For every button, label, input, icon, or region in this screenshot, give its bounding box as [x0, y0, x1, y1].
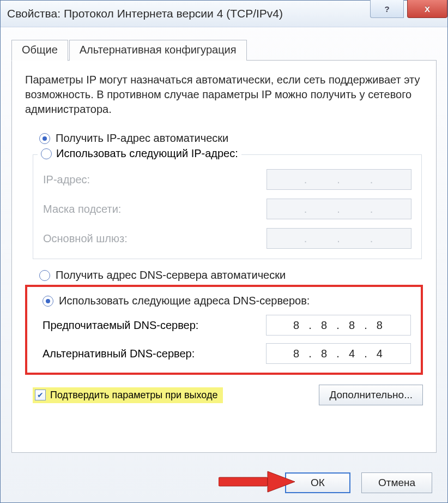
advanced-button[interactable]: Дополнительно... — [319, 385, 423, 405]
svg-rect-0 — [219, 477, 268, 486]
radio-ip-auto[interactable]: Получить IP-адрес автоматически — [39, 132, 423, 145]
tab-strip: Общие Альтернативная конфигурация — [11, 39, 437, 61]
label-ip-address: IP-адрес: — [43, 173, 90, 186]
label-alternate-dns: Альтернативный DNS-сервер: — [43, 348, 195, 360]
radio-ip-manual-label: Использовать следующий IP-адрес: — [56, 147, 238, 160]
annotation-arrow-icon — [219, 469, 295, 494]
input-alternate-dns[interactable] — [266, 343, 411, 364]
dialog-footer: ОК Отмена — [285, 472, 432, 493]
title-bar: Свойства: Протокол Интернета версии 4 (T… — [1, 1, 447, 27]
radio-icon — [39, 133, 50, 144]
window-controls: ? X — [370, 0, 447, 18]
description-text: Параметры IP могут назначаться автоматич… — [25, 73, 423, 117]
tab-general[interactable]: Общие — [11, 40, 68, 61]
radio-dns-auto-label: Получить адрес DNS-сервера автоматически — [56, 269, 286, 282]
label-gateway: Основной шлюз: — [43, 232, 128, 245]
radio-icon — [39, 270, 50, 281]
radio-icon — [43, 296, 53, 307]
radio-ip-auto-label: Получить IP-адрес автоматически — [56, 132, 228, 145]
window-title: Свойства: Протокол Интернета версии 4 (T… — [7, 7, 283, 20]
checkbox-validate[interactable]: ✔ Подтвердить параметры при выходе — [33, 387, 223, 403]
label-preferred-dns: Предпочитаемый DNS-сервер: — [43, 319, 198, 332]
radio-dns-auto[interactable]: Получить адрес DNS-сервера автоматически — [39, 269, 423, 282]
help-button[interactable]: ? — [370, 0, 404, 18]
radio-dns-manual-label: Использовать следующие адреса DNS-сервер… — [59, 295, 310, 307]
radio-dns-manual[interactable]: Использовать следующие адреса DNS-сервер… — [43, 295, 411, 307]
label-subnet-mask: Маска подсети: — [43, 203, 121, 215]
close-button[interactable]: X — [407, 0, 447, 18]
group-ip-manual: Использовать следующий IP-адрес: IP-адре… — [33, 154, 422, 259]
group-dns-manual: Использовать следующие адреса DNS-сервер… — [25, 285, 423, 375]
tab-alternate[interactable]: Альтернативная конфигурация — [69, 40, 247, 61]
validate-row: ✔ Подтвердить параметры при выходе Допол… — [33, 385, 423, 405]
client-area: Общие Альтернативная конфигурация Параме… — [1, 27, 447, 503]
cancel-button[interactable]: Отмена — [361, 472, 432, 493]
radio-icon — [41, 148, 52, 159]
input-subnet-mask — [267, 199, 411, 219]
tab-panel-general: Параметры IP могут назначаться автоматич… — [11, 60, 437, 453]
input-ip-address — [267, 169, 411, 190]
radio-ip-manual[interactable]: Использовать следующий IP-адрес: — [38, 147, 241, 160]
dialog-window: Свойства: Протокол Интернета версии 4 (T… — [0, 0, 448, 503]
ok-button[interactable]: ОК — [285, 472, 350, 493]
checkbox-icon: ✔ — [35, 390, 46, 400]
input-gateway — [267, 228, 411, 249]
input-preferred-dns[interactable] — [266, 315, 411, 336]
checkbox-validate-label: Подтвердить параметры при выходе — [50, 390, 217, 401]
